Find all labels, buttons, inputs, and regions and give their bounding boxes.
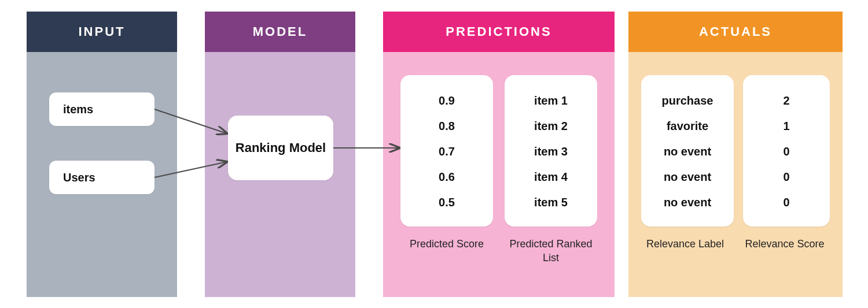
diagram-stage: INPUT items Users MODEL Ranking Model PR… (0, 0, 868, 308)
input-items-chip: items (49, 92, 155, 126)
pred-score-row: 0.7 (400, 139, 493, 164)
pred-score-row: 0.5 (400, 190, 493, 215)
input-body: items Users (27, 52, 177, 297)
model-body: Ranking Model (205, 52, 355, 297)
actuals-body: purchase favorite no event no event no e… (628, 52, 843, 297)
relevance-score-row: 2 (743, 88, 830, 113)
pred-score-row: 0.6 (400, 164, 493, 190)
input-users-chip: Users (49, 161, 155, 194)
relevance-label-caption: Relevance Label (639, 237, 731, 251)
relevance-score-caption: Relevance Score (741, 237, 829, 251)
predicted-ranked-list-card: item 1 item 2 item 3 item 4 item 5 (505, 75, 597, 227)
predictions-column: PREDICTIONS 0.9 0.8 0.7 0.6 0.5 item 1 i… (383, 12, 615, 297)
pred-item-row: item 3 (505, 139, 597, 164)
predicted-ranked-list-caption: Predicted Ranked List (505, 237, 597, 265)
relevance-score-row: 0 (743, 190, 830, 215)
relevance-label-row: favorite (641, 113, 734, 139)
predicted-score-card: 0.9 0.8 0.7 0.6 0.5 (400, 75, 493, 227)
relevance-score-card: 2 1 0 0 0 (743, 75, 830, 227)
predictions-body: 0.9 0.8 0.7 0.6 0.5 item 1 item 2 item 3… (383, 52, 615, 297)
ranking-model-box: Ranking Model (228, 116, 333, 180)
pred-item-row: item 2 (505, 113, 597, 139)
pred-item-row: item 4 (505, 164, 597, 190)
predicted-score-caption: Predicted Score (400, 237, 493, 251)
relevance-label-row: no event (641, 139, 734, 164)
pred-score-row: 0.8 (400, 113, 493, 139)
input-column: INPUT items Users (27, 12, 177, 297)
relevance-label-row: no event (641, 164, 734, 190)
relevance-score-row: 1 (743, 113, 830, 139)
relevance-label-row: no event (641, 190, 734, 215)
relevance-score-row: 0 (743, 139, 830, 164)
relevance-label-card: purchase favorite no event no event no e… (641, 75, 734, 227)
relevance-score-row: 0 (743, 164, 830, 190)
input-header: INPUT (27, 12, 177, 52)
predictions-header: PREDICTIONS (383, 12, 615, 52)
pred-item-row: item 5 (505, 190, 597, 215)
pred-item-row: item 1 (505, 88, 597, 113)
model-header: MODEL (205, 12, 355, 52)
actuals-column: ACTUALS purchase favorite no event no ev… (628, 12, 843, 297)
actuals-header: ACTUALS (628, 12, 843, 52)
model-column: MODEL Ranking Model (205, 12, 355, 297)
relevance-label-row: purchase (641, 88, 734, 113)
pred-score-row: 0.9 (400, 88, 493, 113)
